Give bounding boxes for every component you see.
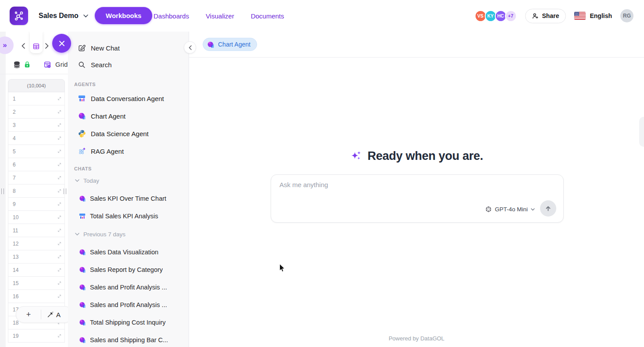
expand-row-icon[interactable] — [57, 149, 61, 153]
tab-workbooks[interactable]: Workbooks — [95, 7, 152, 24]
language-label: English — [590, 12, 612, 19]
share-button[interactable]: Share — [525, 9, 566, 23]
chat-input[interactable] — [279, 181, 551, 201]
agent-name: RAG Agent — [91, 148, 124, 155]
expand-panel-button[interactable]: » — [0, 36, 14, 54]
expand-row-icon[interactable] — [57, 228, 61, 232]
expand-row-icon[interactable] — [57, 334, 61, 338]
expand-row-icon[interactable] — [57, 268, 61, 272]
close-panel-button[interactable] — [52, 34, 71, 53]
new-chat-button[interactable]: New Chat — [68, 41, 189, 54]
database-icon[interactable] — [13, 61, 21, 69]
table-row[interactable]: 14 — [8, 264, 65, 277]
new-chat-label: New Chat — [91, 44, 120, 52]
chat-history-item[interactable]: Sales and Shipping Bar C... — [68, 331, 189, 347]
rag-agent-icon — [78, 147, 86, 155]
table-row[interactable]: 2 — [8, 105, 65, 119]
bar-chart-icon — [79, 213, 86, 220]
table-row[interactable]: 6 — [8, 158, 65, 171]
user-avatar[interactable]: RG — [620, 9, 633, 22]
table-settings-icon[interactable] — [44, 61, 51, 68]
chat-history-item[interactable]: Sales and Profit Analysis ... — [68, 278, 189, 296]
table-row[interactable]: 5 — [8, 145, 65, 158]
add-row-button[interactable]: + — [16, 310, 41, 319]
powered-by-footer: Powered by DataGOL — [189, 335, 644, 342]
collapse-sidebar-button[interactable] — [184, 41, 196, 54]
expand-row-icon[interactable] — [57, 110, 61, 114]
row-count-header[interactable]: (10,004) — [8, 79, 65, 92]
avatar[interactable]: +7 — [505, 10, 517, 22]
table-row[interactable]: 7 — [8, 171, 65, 184]
expand-row-icon[interactable] — [57, 294, 61, 298]
nav-link[interactable]: Dashboards — [154, 12, 189, 20]
active-sheet-tab[interactable] — [30, 32, 43, 53]
table-row[interactable]: 12 — [8, 237, 65, 250]
app-window: Sales Demo Workbooks DashboardsVisualize… — [0, 0, 644, 347]
table-row[interactable]: 10 — [8, 211, 65, 224]
expand-row-icon[interactable] — [57, 242, 61, 246]
agent-badge-label: Chart Agent — [218, 41, 250, 48]
expand-row-icon[interactable] — [57, 176, 61, 180]
agent-item[interactable]: Data Conversation Agent — [68, 90, 189, 107]
chat-group-today[interactable]: Today — [68, 171, 189, 190]
workspace-switcher[interactable]: Sales Demo — [39, 0, 88, 32]
table-row[interactable]: 11 — [8, 224, 65, 237]
datasource-label: Grid — [55, 61, 68, 68]
expand-row-icon[interactable] — [57, 255, 61, 259]
table-row[interactable]: 19 — [8, 329, 65, 343]
chat-history-item[interactable]: Sales KPI Over Time Chart — [68, 190, 189, 207]
agent-item[interactable]: Data Science Agent — [68, 125, 189, 142]
table-row[interactable]: 8 — [8, 184, 65, 198]
prev-sheet-button[interactable] — [20, 41, 27, 50]
right-edge-panel-handle[interactable] — [639, 117, 644, 147]
agent-item[interactable]: RAG Agent — [68, 142, 189, 160]
agent-item[interactable]: Chart Agent — [68, 107, 189, 125]
row-number: 14 — [13, 267, 18, 273]
pie-chart-icon — [79, 319, 86, 326]
chat-history-item[interactable]: Total Sales KPI Analysis — [68, 207, 189, 225]
expand-row-icon[interactable] — [57, 281, 61, 285]
table-row[interactable]: 4 — [8, 132, 65, 145]
nav-link[interactable]: Visualizer — [206, 12, 234, 20]
workbook-grid-panel: » — [0, 32, 68, 347]
chat-history-item[interactable]: Sales and Profit Analysis ... — [68, 296, 189, 314]
chat-history-item[interactable]: Total Shipping Cost Inquiry — [68, 314, 189, 331]
table-row[interactable]: 9 — [8, 198, 65, 211]
expand-row-icon[interactable] — [57, 123, 61, 127]
table-row[interactable]: 16 — [8, 290, 65, 303]
expand-row-icon[interactable] — [57, 189, 61, 193]
resize-handle-left[interactable] — [1, 188, 4, 194]
chat-history-item[interactable]: Sales Report by Category — [68, 261, 189, 278]
lock-icon[interactable] — [24, 61, 31, 68]
navbar-links: DashboardsVisualizerDocuments — [154, 0, 284, 32]
send-button[interactable] — [540, 200, 556, 217]
row-number: 5 — [13, 148, 16, 155]
expand-row-icon[interactable] — [57, 97, 61, 101]
nav-link[interactable]: Documents — [251, 12, 284, 20]
row-number: 2 — [13, 109, 16, 115]
ai-tool-button[interactable]: A — [41, 311, 61, 318]
search-button[interactable]: Search — [68, 58, 189, 71]
expand-row-icon[interactable] — [57, 136, 61, 140]
pie-chart-icon — [79, 284, 86, 291]
expand-row-icon[interactable] — [57, 215, 61, 219]
chat-group-previous-7-days[interactable]: Previous 7 days — [68, 225, 189, 243]
next-sheet-button[interactable] — [43, 41, 50, 50]
expand-row-icon[interactable] — [57, 163, 61, 166]
table-row[interactable]: 13 — [8, 250, 65, 264]
chat-history-item[interactable]: Sales Data Visualization — [68, 243, 189, 261]
active-agent-badge[interactable]: Chart Agent — [203, 38, 257, 51]
greeting: Ready when you are. — [189, 149, 644, 163]
chat-title: Sales KPI Over Time Chart — [90, 195, 166, 202]
resize-handle-right[interactable] — [64, 188, 66, 194]
ai-tool-label: A — [56, 311, 61, 318]
app-logo[interactable] — [10, 7, 28, 25]
table-row[interactable]: 1 — [8, 92, 65, 105]
table-row[interactable]: 3 — [8, 119, 65, 132]
row-number: 9 — [13, 201, 16, 207]
model-selector[interactable]: GPT-4o Mini — [485, 206, 535, 213]
expand-row-icon[interactable] — [57, 202, 61, 206]
table-row[interactable]: 15 — [8, 277, 65, 290]
language-selector[interactable]: English — [574, 12, 612, 20]
pie-chart-agent-icon — [78, 112, 86, 120]
